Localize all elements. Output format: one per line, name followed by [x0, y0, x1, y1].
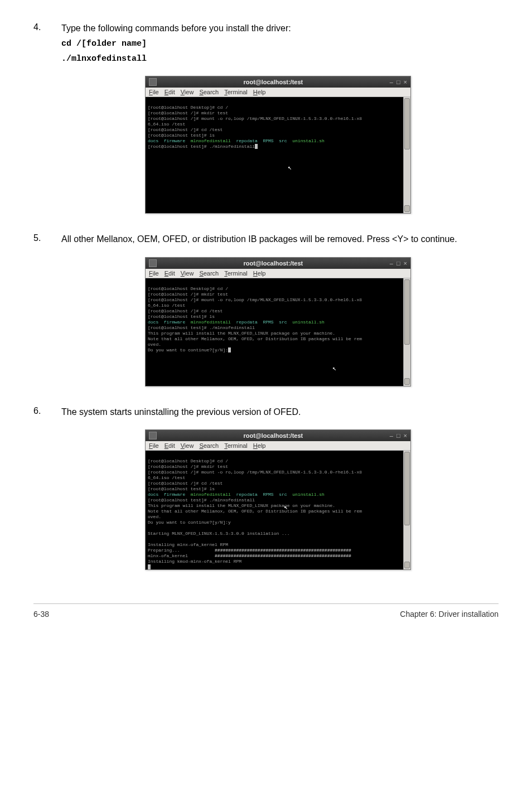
menu-terminal[interactable]: Terminal — [224, 270, 248, 277]
term1-line: 6_64.iso /test — [148, 122, 185, 127]
maximize-button[interactable]: □ — [396, 260, 400, 267]
menu-edit[interactable]: Edit — [165, 89, 175, 95]
term3-ls: docs firmware — [148, 492, 191, 497]
step-5-num: 5. — [33, 233, 61, 245]
terminal-menubar: File Edit View Search Terminal Help — [146, 441, 410, 451]
minimize-button[interactable]: – — [390, 79, 393, 85]
term3-ls: uninstall.sh — [292, 492, 325, 497]
term3-line: [root@localhost /]# cd /test — [148, 481, 223, 486]
minimize-button[interactable]: – — [390, 432, 393, 439]
scrollbar[interactable] — [403, 278, 410, 386]
term2-line: [root@localhost test]# ls — [148, 314, 215, 319]
menu-search[interactable]: Search — [199, 442, 219, 449]
minimize-button[interactable]: – — [390, 260, 393, 267]
menu-file[interactable]: File — [149, 442, 159, 449]
terminal-title: root@localhost:/test — [157, 432, 390, 439]
term3-line: [root@localhost Desktop]# cd / — [148, 458, 228, 463]
term3-line: [root@localhost /]# mkdir test — [148, 464, 228, 469]
terminal-cursor — [148, 564, 151, 569]
scrollbar-thumb[interactable] — [404, 98, 410, 149]
terminal-title: root@localhost:/test — [157, 79, 390, 85]
term2-line: [root@localhost test]# ./mlnxofedinstall — [148, 325, 255, 330]
menu-file[interactable]: File — [149, 270, 159, 277]
terminal-cursor — [255, 144, 258, 149]
term3-line: [root@localhost test]# ./mlnxofedinstall — [148, 497, 255, 503]
term2-line: oved. — [148, 342, 161, 347]
menu-edit[interactable]: Edit — [165, 270, 175, 277]
term2-line: [root@localhost /]# mount -o ro,loop /tm… — [148, 297, 362, 302]
mouse-cursor-icon: ↖ — [332, 365, 336, 373]
term1-ls: uninstall.sh — [292, 138, 325, 143]
term2-line: [root@localhost /]# cd /test — [148, 308, 223, 313]
step-4: 4. Type the following commands before yo… — [33, 22, 499, 65]
mouse-cursor-icon: ↖ — [288, 164, 292, 172]
term2-line: This program will install the MLNX_OFED_… — [148, 331, 335, 336]
terminal-titlebar: root@localhost:/test – □ × — [146, 430, 410, 441]
term3-line: Installing mlnx-ofa_kernel RPM — [148, 542, 228, 547]
scrollbar-thumb-bottom[interactable] — [404, 378, 410, 385]
menu-view[interactable]: View — [181, 270, 194, 277]
menu-terminal[interactable]: Terminal — [224, 442, 248, 449]
terminal-icon — [149, 432, 157, 439]
menu-terminal[interactable]: Terminal — [224, 89, 248, 95]
close-button[interactable]: × — [404, 260, 407, 267]
scrollbar[interactable] — [403, 451, 410, 569]
term2-ls: uninstall.sh — [292, 320, 325, 325]
term2-ls: docs firmware — [148, 320, 191, 325]
step-6-body: The system starts uninstalling the previ… — [61, 406, 499, 418]
term3-line: 6_64.iso /test — [148, 475, 185, 480]
footer-chapter-title: Chapter 6: Driver installation — [400, 610, 499, 619]
terminal-menubar: File Edit View Search Terminal Help — [146, 269, 410, 278]
term1-line: [root@localhost test]# ls — [148, 133, 215, 138]
window-controls: – □ × — [390, 260, 407, 267]
term3-line: Note that all other Mellanox, OEM, OFED,… — [148, 509, 362, 514]
close-button[interactable]: × — [404, 79, 407, 85]
step-4-body: Type the following commands before you i… — [61, 22, 499, 65]
terminal-menubar: File Edit View Search Terminal Help — [146, 88, 410, 97]
window-controls: – □ × — [390, 79, 407, 85]
menu-help[interactable]: Help — [253, 270, 266, 277]
term1-ls: repodata — [231, 138, 263, 143]
menu-view[interactable]: View — [181, 442, 194, 449]
terminal-cursor — [228, 347, 231, 352]
maximize-button[interactable]: □ — [396, 79, 400, 85]
menu-edit[interactable]: Edit — [165, 442, 175, 449]
term2-line: [root@localhost Desktop]# cd / — [148, 286, 228, 291]
term3-line: mlnx-ofa_kernel — [148, 553, 215, 558]
menu-search[interactable]: Search — [199, 270, 219, 277]
terminal-window-2: root@localhost:/test – □ × File Edit Vie… — [145, 257, 411, 386]
scrollbar[interactable] — [403, 97, 410, 213]
scrollbar-thumb[interactable] — [404, 452, 410, 525]
term1-ls: src — [274, 138, 293, 143]
term3-line: [root@localhost /]# mount -o ro,loop /tm… — [148, 470, 362, 475]
term2-line: 6_64.iso /test — [148, 303, 185, 308]
term1-ls: RPMS — [263, 138, 273, 143]
term1-line: [root@localhost Desktop]# cd / — [148, 105, 228, 110]
close-button[interactable]: × — [404, 432, 407, 439]
term3-line: oved. — [148, 514, 161, 519]
terminal-content-1[interactable]: [root@localhost Desktop]# cd / [root@loc… — [146, 97, 410, 213]
term3-ls: src — [274, 492, 293, 497]
menu-help[interactable]: Help — [253, 89, 266, 95]
menu-file[interactable]: File — [149, 89, 159, 95]
terminal-content-2[interactable]: [root@localhost Desktop]# cd / [root@loc… — [146, 278, 410, 386]
terminal-titlebar: root@localhost:/test – □ × — [146, 76, 410, 88]
term2-ls: RPMS — [263, 320, 273, 325]
term2-ls: repodata — [231, 320, 263, 325]
menu-view[interactable]: View — [181, 89, 194, 95]
step-6: 6. The system starts uninstalling the pr… — [33, 406, 499, 418]
terminal-content-3[interactable]: [root@localhost Desktop]# cd / [root@loc… — [146, 451, 410, 569]
step-6-num: 6. — [33, 406, 61, 418]
term3-line: This program will install the MLNX_OFED_… — [148, 503, 335, 508]
maximize-button[interactable]: □ — [396, 432, 400, 439]
menu-search[interactable]: Search — [199, 89, 219, 95]
scrollbar-thumb-bottom[interactable] — [404, 562, 410, 568]
menu-help[interactable]: Help — [253, 442, 266, 449]
footer-page-number: 6-38 — [33, 610, 49, 619]
scrollbar-thumb[interactable] — [404, 279, 410, 345]
term3-blank — [148, 525, 151, 530]
scrollbar-thumb-bottom[interactable] — [404, 205, 410, 212]
term2-line: [root@localhost /]# mkdir test — [148, 292, 228, 297]
terminal-icon — [149, 78, 157, 86]
term2-line: Do you want to continue?[y/N]: — [148, 347, 228, 352]
